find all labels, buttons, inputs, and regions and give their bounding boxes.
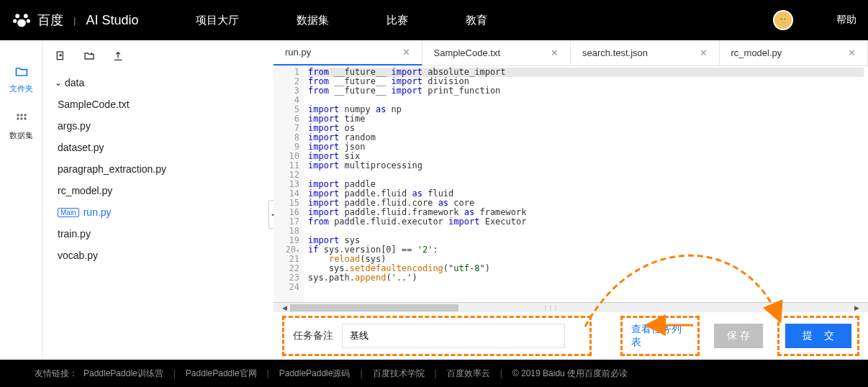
tree-file[interactable]: dataset.py xyxy=(43,137,273,158)
scroll-grip-icon: ⋮⋮⋮ xyxy=(543,304,558,311)
tree-file-label: train.py xyxy=(58,228,91,240)
footer-copyright: © 2019 Baidu 使用百度前必读 xyxy=(512,368,628,380)
close-icon[interactable]: ✕ xyxy=(402,47,410,58)
svg-point-10 xyxy=(17,117,19,119)
submit-button[interactable]: 提 交 xyxy=(785,324,851,348)
svg-point-4 xyxy=(778,15,789,26)
tab-search-json[interactable]: search.test.json✕ xyxy=(571,40,720,65)
nav-datasets[interactable]: 数据集 xyxy=(297,14,329,27)
tab-label: search.test.json xyxy=(582,47,648,58)
save-button[interactable]: 保 存 xyxy=(714,324,763,348)
close-icon[interactable]: ✕ xyxy=(848,47,856,58)
footer: 友情链接： PaddlePaddle训练营| PaddlePaddle官网| P… xyxy=(0,360,868,387)
nav-competitions[interactable]: 比赛 xyxy=(386,14,408,27)
scroll-left-icon[interactable]: ◀ xyxy=(282,304,287,311)
tree-file[interactable]: vocab.py xyxy=(43,245,273,266)
submit-box: 提 交 xyxy=(777,316,859,356)
rail-datasets[interactable]: 数据集 xyxy=(0,104,42,148)
header-right: 帮助 xyxy=(773,10,856,30)
tree-file[interactable]: args.py xyxy=(43,115,273,137)
new-folder-icon[interactable] xyxy=(83,50,95,62)
view-tasks-box: 查看任务列表 xyxy=(620,316,700,356)
tree-file-label: dataset.py xyxy=(58,142,104,153)
top-header: 百度 | AI Studio 项目大厅 数据集 比赛 教育 帮助 xyxy=(0,0,868,40)
svg-point-2 xyxy=(13,19,17,23)
tree-file[interactable]: train.py xyxy=(43,223,273,245)
svg-point-12 xyxy=(24,117,26,119)
tree-file[interactable]: paragraph_extraction.py xyxy=(43,158,273,180)
editor-area: ◀ run.py✕ SampleCode.txt✕ search.test.js… xyxy=(273,40,868,360)
help-link[interactable]: 帮助 xyxy=(836,14,856,27)
tree-dir-label: data xyxy=(65,77,84,88)
user-avatar[interactable] xyxy=(773,10,793,30)
brand-baidu: 百度 xyxy=(37,12,63,29)
line-gutter: 1234567891011121314151617181920▾21222324 xyxy=(273,66,304,302)
close-icon[interactable]: ✕ xyxy=(551,47,559,58)
svg-point-11 xyxy=(20,117,22,119)
svg-point-9 xyxy=(24,114,26,116)
tree-file-label: args.py xyxy=(58,120,91,132)
folder-icon xyxy=(14,65,29,79)
horizontal-scrollbar[interactable]: ◀ ⋮⋮⋮ ▶ xyxy=(273,302,868,312)
editor-tabs: run.py✕ SampleCode.txt✕ search.test.json… xyxy=(273,40,868,66)
scroll-thumb[interactable] xyxy=(290,304,458,311)
monkey-face-icon xyxy=(777,14,790,27)
svg-point-8 xyxy=(20,114,22,116)
svg-point-1 xyxy=(24,14,28,18)
file-tree: ⌄data SampleCode.txt args.py dataset.py … xyxy=(43,72,273,360)
code-editor[interactable]: 1234567891011121314151617181920▾21222324… xyxy=(273,66,868,302)
tree-file[interactable]: SampleCode.txt xyxy=(43,94,273,115)
scroll-right-icon[interactable]: ▶ xyxy=(854,304,859,311)
task-remark-input[interactable] xyxy=(342,324,565,348)
footer-link[interactable]: PaddlePaddle训练营 xyxy=(83,368,163,380)
upload-icon[interactable] xyxy=(112,50,124,62)
rail-files[interactable]: 文件夹 xyxy=(0,58,42,101)
tab-run-py[interactable]: run.py✕ xyxy=(273,40,422,65)
tab-samplecode[interactable]: SampleCode.txt✕ xyxy=(422,40,571,65)
main-tag: Main xyxy=(58,208,79,217)
nav-education[interactable]: 教育 xyxy=(466,14,487,27)
svg-point-0 xyxy=(15,14,19,18)
tree-file[interactable]: rc_model.py xyxy=(43,180,273,201)
tree-file-label: SampleCode.txt xyxy=(58,99,130,110)
footer-link[interactable]: 百度技术学院 xyxy=(373,368,425,380)
action-bar: 任务备注 查看任务列表 保 存 提 交 xyxy=(273,312,868,360)
close-icon[interactable]: ✕ xyxy=(700,47,707,58)
tree-file-label: rc_model.py xyxy=(58,185,112,196)
rail-datasets-label: 数据集 xyxy=(9,130,33,141)
top-nav: 项目大厅 数据集 比赛 教育 xyxy=(196,14,773,27)
tree-dir-data[interactable]: ⌄data xyxy=(43,72,273,94)
rail-files-label: 文件夹 xyxy=(9,83,33,94)
brand-divider: | xyxy=(73,15,76,26)
chevron-down-icon: ⌄ xyxy=(55,78,62,88)
tree-file-label: vocab.py xyxy=(58,250,98,261)
footer-link[interactable]: 百度效率云 xyxy=(447,368,490,380)
main-area: 文件夹 数据集 ⌄data SampleCode.txt args.py dat… xyxy=(0,40,868,360)
baidu-paw-icon xyxy=(12,10,32,30)
nav-projects[interactable]: 项目大厅 xyxy=(196,14,239,27)
code-content[interactable]: from __future__ import absolute_importfr… xyxy=(304,66,868,302)
view-tasks-link[interactable]: 查看任务列表 xyxy=(631,323,689,349)
left-rail: 文件夹 数据集 xyxy=(0,40,43,360)
tree-file-label: paragraph_extraction.py xyxy=(58,163,166,175)
brand-studio: AI Studio xyxy=(86,13,138,28)
svg-point-7 xyxy=(17,114,19,116)
tab-rc-model[interactable]: rc_model.py✕ xyxy=(720,40,869,65)
tab-label: SampleCode.txt xyxy=(434,47,501,58)
footer-link[interactable]: PaddlePaddle源码 xyxy=(279,368,351,380)
svg-point-5 xyxy=(781,18,782,19)
footer-link[interactable]: PaddlePaddle官网 xyxy=(186,368,257,380)
tab-label: run.py xyxy=(285,47,311,58)
new-file-icon[interactable] xyxy=(55,50,66,62)
scroll-track[interactable]: ⋮⋮⋮ xyxy=(290,304,851,311)
tab-label: rc_model.py xyxy=(731,47,782,58)
logo[interactable]: 百度 | AI Studio xyxy=(12,10,138,30)
footer-prefix: 友情链接： xyxy=(35,368,78,380)
task-remark-label: 任务备注 xyxy=(293,329,333,342)
tree-file-label: run.py xyxy=(83,206,112,218)
sidebar-tools xyxy=(43,40,273,72)
tree-file-selected[interactable]: Mainrun.py xyxy=(43,201,273,223)
dataset-icon xyxy=(14,111,29,126)
file-sidebar: ⌄data SampleCode.txt args.py dataset.py … xyxy=(43,40,273,360)
svg-point-6 xyxy=(784,18,785,19)
